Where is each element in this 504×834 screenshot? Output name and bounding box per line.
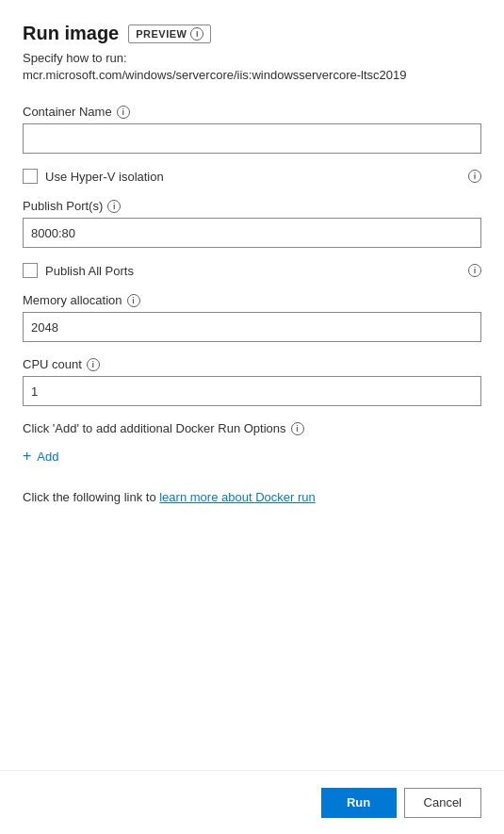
add-hint: Click 'Add' to add additional Docker Run… [23, 421, 481, 435]
subtitle: Specify how to run:mcr.microsoft.com/win… [23, 50, 481, 84]
learn-more-section: Click the following link to learn more a… [23, 490, 481, 504]
memory-allocation-input[interactable] [23, 312, 481, 342]
memory-allocation-label: Memory allocation i [23, 293, 481, 307]
container-name-group: Container Name i [23, 105, 481, 154]
add-section: Click 'Add' to add additional Docker Run… [23, 421, 481, 467]
hyper-v-checkbox[interactable] [23, 169, 38, 184]
cpu-count-group: CPU count i [23, 357, 481, 406]
publish-ports-group: Publish Port(s) i [23, 199, 481, 248]
container-name-input[interactable] [23, 123, 481, 154]
publish-all-ports-row: Publish All Ports i [23, 263, 481, 278]
add-hint-info-icon[interactable]: i [291, 422, 304, 435]
add-button[interactable]: + Add [23, 445, 58, 467]
learn-more-link[interactable]: learn more about Docker run [159, 490, 315, 504]
publish-all-ports-label: Publish All Ports [45, 264, 134, 278]
container-name-label: Container Name i [23, 105, 481, 119]
preview-badge: PREVIEW i [128, 25, 211, 43]
hyper-v-info-icon[interactable]: i [468, 170, 481, 183]
publish-ports-info-icon[interactable]: i [107, 200, 121, 213]
run-button[interactable]: Run [321, 788, 397, 818]
publish-all-ports-info-icon[interactable]: i [468, 264, 481, 277]
cpu-count-label: CPU count i [23, 357, 481, 371]
footer: Run Cancel [0, 770, 504, 834]
add-plus-icon: + [23, 449, 31, 464]
page-title: Run image [23, 23, 119, 44]
publish-all-ports-checkbox[interactable] [23, 263, 38, 278]
add-button-label: Add [37, 450, 58, 464]
learn-more-prefix: Click the following link to [23, 490, 159, 504]
hyper-v-label: Use Hyper-V isolation [45, 170, 164, 184]
publish-ports-input[interactable] [23, 218, 481, 248]
container-name-info-icon[interactable]: i [117, 106, 130, 119]
hyper-v-row: Use Hyper-V isolation i [23, 169, 481, 184]
cpu-count-info-icon[interactable]: i [87, 358, 100, 371]
memory-allocation-group: Memory allocation i [23, 293, 481, 342]
publish-ports-label: Publish Port(s) i [23, 199, 481, 213]
preview-info-icon[interactable]: i [190, 27, 203, 41]
memory-allocation-info-icon[interactable]: i [127, 294, 140, 307]
cancel-button[interactable]: Cancel [404, 788, 481, 818]
cpu-count-input[interactable] [23, 376, 481, 406]
